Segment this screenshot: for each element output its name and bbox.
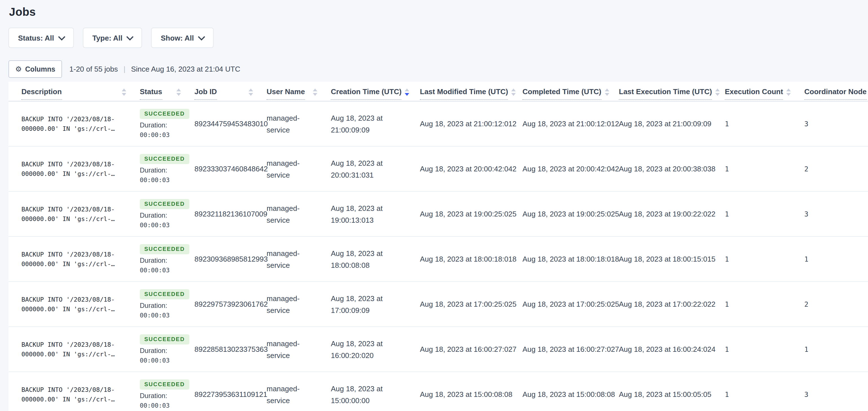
table-row: BACKUP INTO '/2023/08/18- 000000.00' IN … xyxy=(8,192,868,237)
column-header-job-id[interactable]: Job ID xyxy=(189,87,261,100)
column-header-execution-count[interactable]: Execution Count xyxy=(719,87,799,100)
sort-arrows-icon xyxy=(715,88,720,95)
job-id-cell: 892285813023375363 xyxy=(189,327,261,372)
table-row: BACKUP INTO '/2023/08/18- 000000.00' IN … xyxy=(8,101,868,147)
table-toolbar: ⚙ Columns 1-20 of 55 jobs | Since Aug 16… xyxy=(8,60,868,78)
job-status-cell: SUCCEEDED Duration: 00:00:03 xyxy=(134,101,189,146)
table-header-row: Description Status Job ID User Name Crea… xyxy=(8,82,868,101)
show-filter-label: Show: All xyxy=(161,33,194,42)
columns-button-label: Columns xyxy=(25,65,55,73)
column-header-status[interactable]: Status xyxy=(134,87,189,100)
status-badge: SUCCEEDED xyxy=(140,154,189,164)
sort-arrows-icon-active-desc xyxy=(405,88,409,95)
job-description-link[interactable]: BACKUP INTO '/2023/08/18- 000000.00' IN … xyxy=(8,192,134,236)
chevron-down-icon xyxy=(58,33,65,40)
results-count: 1-20 of 55 jobs xyxy=(69,65,118,73)
column-header-coordinator-node[interactable]: Coordinator Node xyxy=(799,87,868,100)
type-filter-label: Type: All xyxy=(92,33,123,42)
creation-time-cell: Aug 18, 2023 at 18:00:08:08 xyxy=(325,237,414,281)
last-modified-time-cell: Aug 18, 2023 at 15:00:08:08 xyxy=(414,372,517,411)
table-row: BACKUP INTO '/2023/08/18- 000000.00' IN … xyxy=(8,237,868,282)
execution-count-cell: 1 xyxy=(719,192,799,236)
coordinator-node-cell: 3 xyxy=(799,372,868,411)
completed-time-cell: Aug 18, 2023 at 15:00:08:08 xyxy=(517,372,613,411)
execution-count-cell: 1 xyxy=(719,237,799,281)
filter-bar: Status: All Type: All Show: All xyxy=(8,28,868,48)
column-header-description[interactable]: Description xyxy=(8,87,134,100)
column-header-last-execution-time[interactable]: Last Execution Time (UTC) xyxy=(613,87,719,100)
column-header-completed-time[interactable]: Completed Time (UTC) xyxy=(517,87,613,100)
job-description-link[interactable]: BACKUP INTO '/2023/08/18- 000000.00' IN … xyxy=(8,282,134,326)
job-id-cell: 892297573923061762 xyxy=(189,282,261,326)
jobs-table: Description Status Job ID User Name Crea… xyxy=(8,82,868,411)
duration-value: 00:00:03 xyxy=(140,131,169,139)
show-filter-dropdown[interactable]: Show: All xyxy=(151,28,214,48)
last-execution-time-cell: Aug 18, 2023 at 21:00:09:09 xyxy=(613,101,719,146)
last-modified-time-cell: Aug 18, 2023 at 18:00:18:018 xyxy=(414,237,517,281)
sort-arrows-icon xyxy=(786,88,791,95)
completed-time-cell: Aug 18, 2023 at 21:00:12:012 xyxy=(517,101,613,146)
coordinator-node-cell: 1 xyxy=(799,237,868,281)
last-execution-time-cell: Aug 18, 2023 at 19:00:22:022 xyxy=(613,192,719,236)
user-name-cell: managed-service xyxy=(261,237,325,281)
duration-value: 00:00:03 xyxy=(140,267,169,274)
user-name-cell: managed-service xyxy=(261,372,325,411)
duration-value: 00:00:03 xyxy=(140,357,169,364)
coordinator-node-cell: 3 xyxy=(799,101,868,146)
status-badge: SUCCEEDED xyxy=(140,244,189,254)
creation-time-cell: Aug 18, 2023 at 21:00:09:09 xyxy=(325,101,414,146)
completed-time-cell: Aug 18, 2023 at 19:00:25:025 xyxy=(517,192,613,236)
job-id-cell: 892309368985812993 xyxy=(189,237,261,281)
execution-count-cell: 1 xyxy=(719,282,799,326)
sort-arrows-icon xyxy=(249,88,253,95)
since-timestamp: Since Aug 16, 2023 at 21:04 UTC xyxy=(131,65,240,73)
job-id-cell: 892321182136107009 xyxy=(189,192,261,236)
last-execution-time-cell: Aug 18, 2023 at 16:00:24:024 xyxy=(613,327,719,372)
last-modified-time-cell: Aug 18, 2023 at 19:00:25:025 xyxy=(414,192,517,236)
job-description-link[interactable]: BACKUP INTO '/2023/08/18- 000000.00' IN … xyxy=(8,101,134,146)
duration-value: 00:00:03 xyxy=(140,222,169,229)
status-filter-dropdown[interactable]: Status: All xyxy=(8,28,74,48)
type-filter-dropdown[interactable]: Type: All xyxy=(83,28,142,48)
coordinator-node-cell: 3 xyxy=(799,192,868,236)
job-id-cell: 892333037460848642 xyxy=(189,147,261,191)
job-description-link[interactable]: BACKUP INTO '/2023/08/18- 000000.00' IN … xyxy=(8,237,134,281)
column-header-last-modified-time[interactable]: Last Modified Time (UTC) xyxy=(414,87,517,100)
job-status-cell: SUCCEEDED Duration: 00:00:03 xyxy=(134,282,189,326)
creation-time-cell: Aug 18, 2023 at 16:00:20:020 xyxy=(325,327,414,372)
user-name-cell: managed-service xyxy=(261,327,325,372)
last-execution-time-cell: Aug 18, 2023 at 20:00:38:038 xyxy=(613,147,719,191)
last-modified-time-cell: Aug 18, 2023 at 17:00:25:025 xyxy=(414,282,517,326)
job-status-cell: SUCCEEDED Duration: 00:00:03 xyxy=(134,192,189,236)
columns-button[interactable]: ⚙ Columns xyxy=(8,60,62,78)
coordinator-node-cell: 2 xyxy=(799,282,868,326)
execution-count-cell: 1 xyxy=(719,147,799,191)
completed-time-cell: Aug 18, 2023 at 18:00:18:018 xyxy=(517,237,613,281)
job-description-link[interactable]: BACKUP INTO '/2023/08/18- 000000.00' IN … xyxy=(8,327,134,372)
sort-arrows-icon xyxy=(313,88,317,95)
completed-time-cell: Aug 18, 2023 at 20:00:42:042 xyxy=(517,147,613,191)
job-id-cell: 892344759453483010 xyxy=(189,101,261,146)
sort-arrows-icon xyxy=(605,88,609,95)
last-execution-time-cell: Aug 18, 2023 at 15:00:05:05 xyxy=(613,372,719,411)
duration-value: 00:00:03 xyxy=(140,176,169,184)
duration-value: 00:00:03 xyxy=(140,312,169,319)
duration-value: 00:00:03 xyxy=(140,402,169,409)
job-status-cell: SUCCEEDED Duration: 00:00:03 xyxy=(134,327,189,372)
table-row: BACKUP INTO '/2023/08/18- 000000.00' IN … xyxy=(8,282,868,327)
last-modified-time-cell: Aug 18, 2023 at 20:00:42:042 xyxy=(414,147,517,191)
table-body: BACKUP INTO '/2023/08/18- 000000.00' IN … xyxy=(8,101,868,411)
last-modified-time-cell: Aug 18, 2023 at 16:00:27:027 xyxy=(414,327,517,372)
table-row: BACKUP INTO '/2023/08/18- 000000.00' IN … xyxy=(8,147,868,192)
creation-time-cell: Aug 18, 2023 at 17:00:09:09 xyxy=(325,282,414,326)
completed-time-cell: Aug 18, 2023 at 16:00:27:027 xyxy=(517,327,613,372)
last-modified-time-cell: Aug 18, 2023 at 21:00:12:012 xyxy=(414,101,517,146)
job-id-cell: 892273953631109121 xyxy=(189,372,261,411)
coordinator-node-cell: 1 xyxy=(799,327,868,372)
column-header-user-name[interactable]: User Name xyxy=(261,87,325,100)
jobs-page: Jobs Status: All Type: All Show: All ⚙ C… xyxy=(0,0,868,411)
job-description-link[interactable]: BACKUP INTO '/2023/08/18- 000000.00' IN … xyxy=(8,147,134,191)
job-description-link[interactable]: BACKUP INTO '/2023/08/18- 000000.00' IN … xyxy=(8,372,134,411)
column-header-creation-time[interactable]: Creation Time (UTC) xyxy=(325,87,414,100)
job-status-cell: SUCCEEDED Duration: 00:00:03 xyxy=(134,237,189,281)
